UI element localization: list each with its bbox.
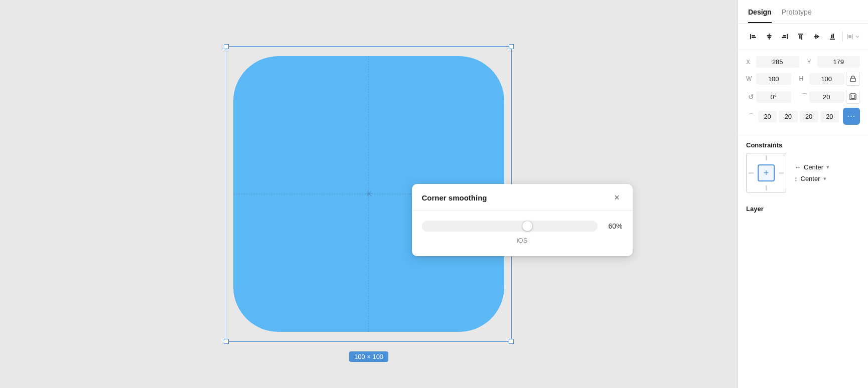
- corner-tr-input[interactable]: 20: [779, 111, 797, 122]
- align-top-button[interactable]: [794, 30, 808, 44]
- rotation-input[interactable]: 0°: [756, 91, 791, 103]
- svg-rect-0: [750, 34, 751, 39]
- layer-title: Layer: [738, 199, 868, 215]
- corner-radius-input[interactable]: 20: [809, 91, 844, 103]
- handle-top-left[interactable]: [224, 44, 229, 49]
- x-label: X: [746, 59, 756, 66]
- svg-rect-12: [814, 36, 819, 37]
- handle-bottom-left[interactable]: [224, 339, 229, 344]
- h-label: H: [799, 75, 809, 82]
- svg-rect-16: [831, 35, 832, 38]
- w-label: W: [746, 75, 756, 82]
- svg-rect-2: [752, 37, 756, 39]
- constraints-center-element[interactable]: +: [758, 164, 775, 181]
- svg-rect-22: [850, 94, 856, 100]
- handle-bottom-right[interactable]: [509, 339, 514, 344]
- alignment-row: [738, 24, 868, 50]
- svg-rect-9: [798, 34, 803, 35]
- distribute-dropdown[interactable]: [846, 33, 860, 41]
- xy-row: X 285 Y 179: [746, 56, 860, 68]
- corner-br-input[interactable]: 20: [820, 111, 839, 122]
- horizontal-constraint-label: Center: [804, 163, 823, 171]
- more-options-button[interactable]: ···: [843, 108, 860, 125]
- corner-radius-icon: ⌒: [799, 92, 809, 101]
- align-separator: [842, 32, 843, 42]
- corner-tl-input[interactable]: 20: [758, 111, 777, 122]
- panel-tabs: Design Prototype: [738, 0, 868, 24]
- svg-rect-17: [833, 34, 834, 38]
- svg-rect-15: [830, 39, 835, 40]
- lock-aspect-button[interactable]: [846, 72, 860, 86]
- svg-rect-14: [817, 35, 818, 38]
- slider-value: 60%: [605, 222, 623, 230]
- svg-rect-5: [768, 37, 771, 39]
- svg-rect-20: [848, 35, 851, 38]
- tab-design[interactable]: Design: [748, 8, 772, 23]
- vertical-constraint-arrow: ▾: [823, 175, 826, 182]
- constraint-line-right: [779, 172, 784, 173]
- x-input[interactable]: 285: [756, 56, 799, 68]
- rotation-icon: ↺: [746, 93, 756, 101]
- popup-body: 60% iOS: [412, 211, 633, 256]
- slider-fill: [422, 221, 527, 232]
- canvas: ✳ 100 × 100 Corner smoothing × 60% iOS: [0, 0, 738, 388]
- constraints-title: Constraints: [738, 135, 868, 153]
- corner-smoothing-popup: Corner smoothing × 60% iOS: [412, 184, 633, 256]
- align-right-button[interactable]: [778, 30, 792, 44]
- vertical-constraint-icon: ↕: [794, 175, 798, 182]
- slider-thumb[interactable]: [522, 221, 532, 231]
- vertical-constraint-label: Center: [801, 175, 820, 182]
- corner-bl-input[interactable]: 20: [800, 111, 818, 122]
- horizontal-constraint-icon: ↔: [794, 163, 801, 171]
- svg-rect-4: [767, 35, 771, 37]
- horizontal-constraint-select[interactable]: ↔ Center ▾: [794, 163, 829, 171]
- popup-header: Corner smoothing ×: [412, 184, 633, 211]
- svg-rect-21: [850, 78, 855, 82]
- more-dots-icon: ···: [847, 112, 855, 121]
- svg-rect-6: [787, 34, 788, 39]
- right-panel: Design Prototype: [738, 0, 868, 388]
- ios-label: iOS: [422, 237, 623, 244]
- w-input[interactable]: 100: [756, 73, 791, 85]
- layer-section: Layer: [738, 199, 868, 215]
- crosshair-center-icon: ✳: [365, 188, 373, 200]
- svg-rect-23: [851, 95, 855, 99]
- svg-rect-13: [815, 35, 817, 39]
- popup-close-button[interactable]: ×: [612, 192, 623, 203]
- horizontal-constraint-arrow: ▾: [826, 164, 829, 170]
- constraint-line-left: [749, 172, 754, 173]
- align-left-button[interactable]: [746, 30, 760, 44]
- slider-row: 60%: [422, 221, 623, 232]
- corner-smoothing-slider[interactable]: [422, 221, 598, 232]
- align-center-h-button[interactable]: [762, 30, 776, 44]
- align-bottom-button[interactable]: [825, 30, 839, 44]
- tab-prototype[interactable]: Prototype: [782, 8, 812, 23]
- handle-top-right[interactable]: [509, 44, 514, 49]
- h-input[interactable]: 100: [809, 73, 844, 85]
- y-label: Y: [807, 59, 817, 66]
- align-middle-button[interactable]: [810, 30, 824, 44]
- rotation-row: ↺ 0° ⌒ 20: [746, 90, 860, 104]
- constraint-line-bottom: [766, 185, 767, 190]
- svg-rect-1: [752, 35, 755, 37]
- constraints-section: Constraints + ↔ Center ▾ ↕ Center ▾: [738, 135, 868, 199]
- constraint-line-top: [766, 155, 767, 160]
- constraints-box: +: [746, 153, 786, 193]
- position-section: X 285 Y 179 W 100 H 100 ↺ 0° ⌒ 20: [738, 50, 868, 135]
- svg-rect-11: [801, 35, 802, 40]
- canvas-content: ✳ 100 × 100 Corner smoothing × 60% iOS: [226, 46, 512, 342]
- corner-tl-icon: ⌒: [746, 112, 756, 121]
- vertical-constraint-select[interactable]: ↕ Center ▾: [794, 175, 829, 182]
- wh-row: W 100 H 100: [746, 72, 860, 86]
- constraints-selects: ↔ Center ▾ ↕ Center ▾: [794, 163, 829, 182]
- svg-rect-18: [847, 34, 848, 39]
- corner-values: 20 20 20 20: [758, 111, 839, 122]
- size-label: 100 × 100: [349, 351, 388, 362]
- constraints-widget: + ↔ Center ▾ ↕ Center ▾: [738, 153, 868, 199]
- y-input[interactable]: 179: [817, 56, 860, 68]
- popup-title: Corner smoothing: [422, 193, 487, 202]
- corner-radius-lock[interactable]: [846, 90, 860, 104]
- svg-rect-7: [783, 35, 786, 37]
- svg-rect-3: [769, 34, 770, 40]
- svg-rect-8: [782, 37, 786, 39]
